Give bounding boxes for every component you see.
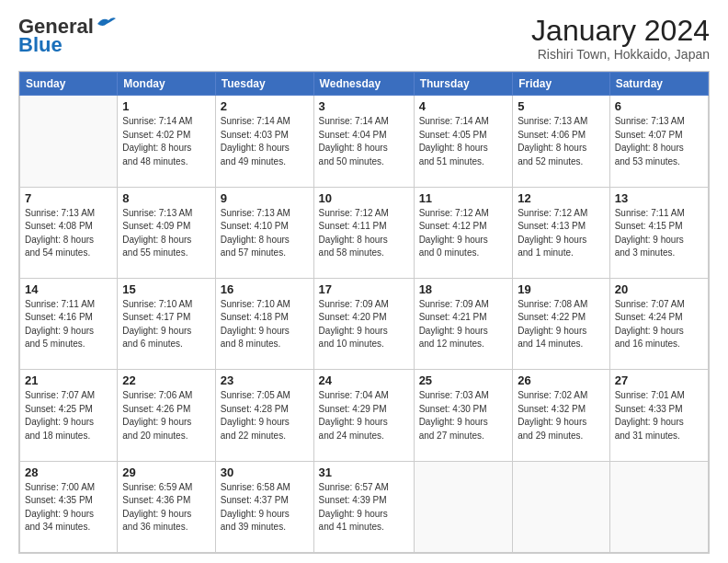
week-row-4: 21Sunrise: 7:07 AMSunset: 4:25 PMDayligh… [20,370,709,461]
cell-info: Sunrise: 7:10 AMSunset: 4:17 PMDaylight:… [122,298,210,351]
title-area: January 2024 Rishiri Town, Hokkaido, Jap… [531,15,710,62]
week-row-2: 7Sunrise: 7:13 AMSunset: 4:08 PMDaylight… [20,187,709,278]
cal-cell: 10Sunrise: 7:12 AMSunset: 4:11 PMDayligh… [313,187,414,278]
date-number: 7 [25,191,112,205]
cell-info: Sunrise: 7:08 AMSunset: 4:22 PMDaylight:… [518,298,605,351]
date-number: 2 [221,99,309,113]
date-number: 24 [319,373,409,387]
cell-info: Sunrise: 7:09 AMSunset: 4:20 PMDaylight:… [319,298,409,351]
cal-cell: 25Sunrise: 7:03 AMSunset: 4:30 PMDayligh… [414,370,513,461]
date-number: 9 [221,191,309,205]
date-number: 22 [122,373,210,387]
cal-cell [609,461,708,552]
cell-info: Sunrise: 6:59 AMSunset: 4:36 PMDaylight:… [122,481,210,534]
cal-cell [414,461,513,552]
day-header-wednesday: Wednesday [313,73,414,96]
calendar-table: SundayMondayTuesdayWednesdayThursdayFrid… [19,72,709,553]
date-number: 6 [615,99,703,113]
day-header-row: SundayMondayTuesdayWednesdayThursdayFrid… [20,73,709,96]
cal-cell: 29Sunrise: 6:59 AMSunset: 4:36 PMDayligh… [118,461,216,552]
cal-cell: 5Sunrise: 7:13 AMSunset: 4:06 PMDaylight… [513,96,610,187]
cal-cell: 31Sunrise: 6:57 AMSunset: 4:39 PMDayligh… [313,461,414,552]
cell-info: Sunrise: 7:14 AMSunset: 4:03 PMDaylight:… [221,115,309,168]
date-number: 10 [319,191,409,205]
date-number: 27 [615,373,703,387]
cell-info: Sunrise: 6:58 AMSunset: 4:37 PMDaylight:… [221,481,309,534]
cell-info: Sunrise: 7:00 AMSunset: 4:35 PMDaylight:… [25,481,112,534]
cell-info: Sunrise: 7:12 AMSunset: 4:13 PMDaylight:… [518,207,605,260]
cell-info: Sunrise: 7:13 AMSunset: 4:10 PMDaylight:… [221,207,309,260]
week-row-5: 28Sunrise: 7:00 AMSunset: 4:35 PMDayligh… [20,461,709,552]
cell-info: Sunrise: 7:11 AMSunset: 4:15 PMDaylight:… [615,207,703,260]
date-number: 29 [122,465,210,479]
date-number: 16 [221,282,309,296]
cal-cell: 9Sunrise: 7:13 AMSunset: 4:10 PMDaylight… [215,187,313,278]
cell-info: Sunrise: 7:12 AMSunset: 4:11 PMDaylight:… [319,207,409,260]
logo-bird-icon [96,15,116,31]
day-header-monday: Monday [118,73,216,96]
date-number: 21 [25,373,112,387]
cal-cell: 23Sunrise: 7:05 AMSunset: 4:28 PMDayligh… [215,370,313,461]
date-number: 18 [419,282,508,296]
day-header-sunday: Sunday [20,73,118,96]
month-title: January 2024 [531,15,710,47]
date-number: 19 [518,282,605,296]
cell-info: Sunrise: 7:13 AMSunset: 4:06 PMDaylight:… [518,115,605,168]
date-number: 28 [25,465,112,479]
logo-blue: Blue [18,33,63,57]
cal-cell: 12Sunrise: 7:12 AMSunset: 4:13 PMDayligh… [513,187,610,278]
cal-cell: 26Sunrise: 7:02 AMSunset: 4:32 PMDayligh… [513,370,610,461]
cell-info: Sunrise: 7:13 AMSunset: 4:09 PMDaylight:… [122,207,210,260]
date-number: 13 [615,191,703,205]
cell-info: Sunrise: 7:13 AMSunset: 4:08 PMDaylight:… [25,207,112,260]
cal-cell: 4Sunrise: 7:14 AMSunset: 4:05 PMDaylight… [414,96,513,187]
cell-info: Sunrise: 7:10 AMSunset: 4:18 PMDaylight:… [221,298,309,351]
date-number: 23 [221,373,309,387]
cal-cell: 24Sunrise: 7:04 AMSunset: 4:29 PMDayligh… [313,370,414,461]
day-header-friday: Friday [513,73,610,96]
day-header-tuesday: Tuesday [215,73,313,96]
date-number: 15 [122,282,210,296]
date-number: 17 [319,282,409,296]
cal-cell: 13Sunrise: 7:11 AMSunset: 4:15 PMDayligh… [609,187,708,278]
cal-cell: 8Sunrise: 7:13 AMSunset: 4:09 PMDaylight… [118,187,216,278]
date-number: 3 [319,99,409,113]
cal-cell: 14Sunrise: 7:11 AMSunset: 4:16 PMDayligh… [20,278,118,369]
cell-info: Sunrise: 7:01 AMSunset: 4:33 PMDaylight:… [615,389,703,442]
cal-cell: 16Sunrise: 7:10 AMSunset: 4:18 PMDayligh… [215,278,313,369]
cal-cell: 6Sunrise: 7:13 AMSunset: 4:07 PMDaylight… [609,96,708,187]
date-number: 20 [615,282,703,296]
calendar: SundayMondayTuesdayWednesdayThursdayFrid… [18,71,710,554]
cell-info: Sunrise: 7:05 AMSunset: 4:28 PMDaylight:… [221,389,309,442]
cell-info: Sunrise: 7:09 AMSunset: 4:21 PMDaylight:… [419,298,508,351]
cal-cell: 17Sunrise: 7:09 AMSunset: 4:20 PMDayligh… [313,278,414,369]
date-number: 1 [122,99,210,113]
cal-cell: 21Sunrise: 7:07 AMSunset: 4:25 PMDayligh… [20,370,118,461]
cell-info: Sunrise: 7:14 AMSunset: 4:02 PMDaylight:… [122,115,210,168]
date-number: 12 [518,191,605,205]
cal-cell: 2Sunrise: 7:14 AMSunset: 4:03 PMDaylight… [215,96,313,187]
cell-info: Sunrise: 7:13 AMSunset: 4:07 PMDaylight:… [615,115,703,168]
cell-info: Sunrise: 7:07 AMSunset: 4:25 PMDaylight:… [25,389,112,442]
cell-info: Sunrise: 6:57 AMSunset: 4:39 PMDaylight:… [319,481,409,534]
cal-cell: 30Sunrise: 6:58 AMSunset: 4:37 PMDayligh… [215,461,313,552]
cal-cell: 11Sunrise: 7:12 AMSunset: 4:12 PMDayligh… [414,187,513,278]
cal-cell: 28Sunrise: 7:00 AMSunset: 4:35 PMDayligh… [20,461,118,552]
cell-info: Sunrise: 7:07 AMSunset: 4:24 PMDaylight:… [615,298,703,351]
cell-info: Sunrise: 7:06 AMSunset: 4:26 PMDaylight:… [122,389,210,442]
page: General Blue January 2024 Rishiri Town, … [0,0,728,563]
date-number: 26 [518,373,605,387]
cell-info: Sunrise: 7:04 AMSunset: 4:29 PMDaylight:… [319,389,409,442]
date-number: 25 [419,373,508,387]
cal-cell: 27Sunrise: 7:01 AMSunset: 4:33 PMDayligh… [609,370,708,461]
cal-cell [513,461,610,552]
header: General Blue January 2024 Rishiri Town, … [18,15,710,62]
cal-cell [20,96,118,187]
cal-cell: 20Sunrise: 7:07 AMSunset: 4:24 PMDayligh… [609,278,708,369]
date-number: 30 [221,465,309,479]
cell-info: Sunrise: 7:02 AMSunset: 4:32 PMDaylight:… [518,389,605,442]
cell-info: Sunrise: 7:12 AMSunset: 4:12 PMDaylight:… [419,207,508,260]
day-header-thursday: Thursday [414,73,513,96]
cell-info: Sunrise: 7:14 AMSunset: 4:05 PMDaylight:… [419,115,508,168]
date-number: 8 [122,191,210,205]
